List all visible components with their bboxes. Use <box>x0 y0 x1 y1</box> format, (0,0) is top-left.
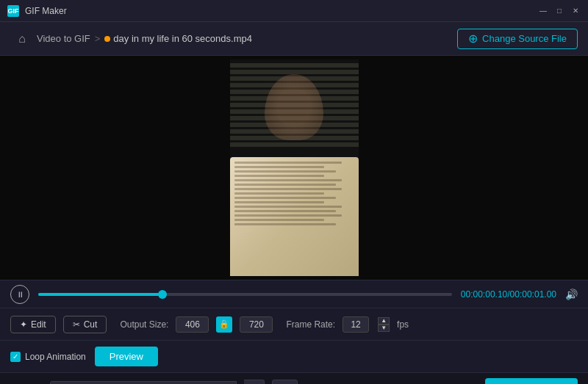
total-time: 00:00:01.00 <box>510 289 556 300</box>
frame-rate-down-button[interactable]: ▼ <box>378 325 390 332</box>
change-source-button[interactable]: ⊕ Change Source File <box>457 29 578 49</box>
blind-line <box>230 142 359 147</box>
frame-rate-label: Frame Rate: <box>286 319 335 330</box>
title-bar: GIF GIF Maker — □ ✕ <box>0 0 588 22</box>
book-line <box>234 184 337 186</box>
cut-label: Cut <box>84 319 98 330</box>
frame-rate-input[interactable] <box>343 316 369 333</box>
blind-line <box>230 116 359 120</box>
checkbox-icon: ✓ <box>10 352 21 362</box>
book-text <box>230 157 359 276</box>
progress-thumb <box>158 290 167 299</box>
blind-line <box>230 70 359 74</box>
generate-gif-button[interactable]: Generate GIF <box>485 378 578 385</box>
minimize-button[interactable]: — <box>538 6 548 16</box>
video-area <box>0 56 588 280</box>
lock-icon[interactable]: 🔒 <box>216 316 232 333</box>
nav-bar: ⌂ Video to GIF > day in my life in 60 se… <box>0 22 588 56</box>
book-line <box>234 201 324 203</box>
frame-rate-spinners: ▲ ▼ <box>378 317 390 332</box>
maximize-button[interactable]: □ <box>554 6 564 16</box>
blind-line <box>230 123 359 127</box>
blind-line <box>230 129 359 134</box>
loop-animation-label: Loop Animation <box>25 352 86 362</box>
breadcrumb-filename: day in my life in 60 seconds.mp4 <box>104 33 252 44</box>
book-line <box>234 210 337 212</box>
blind-line <box>230 136 359 140</box>
book-line <box>234 170 337 173</box>
close-button[interactable]: ✕ <box>570 6 581 16</box>
change-source-label: Change Source File <box>482 33 567 44</box>
plus-icon: ⊕ <box>468 33 478 45</box>
path-dropdown-button[interactable]: ▼ <box>244 380 265 385</box>
playback-bar: ⏸ 00:00:00.10/00:00:01.00 🔊 <box>0 280 588 308</box>
blind-line <box>230 96 359 101</box>
book-line <box>234 197 337 199</box>
preview-button[interactable]: Preview <box>95 347 158 366</box>
book-line <box>234 179 343 181</box>
pause-button[interactable]: ⏸ <box>10 285 29 304</box>
blind-line <box>230 109 359 114</box>
edit-icon: ✦ <box>20 319 27 330</box>
fps-label: fps <box>397 319 409 330</box>
app-icon: GIF <box>7 5 19 17</box>
loop-row: ✓ Loop Animation Preview <box>0 340 588 372</box>
window-controls: — □ ✕ <box>538 6 581 16</box>
progress-bar[interactable] <box>38 293 452 296</box>
progress-fill <box>38 293 162 296</box>
book-line <box>234 162 343 164</box>
book-line <box>234 223 337 225</box>
book-line <box>234 188 343 190</box>
output-height-input[interactable] <box>240 316 273 333</box>
red-arrow-icon: → <box>454 378 475 385</box>
file-dot-icon <box>104 36 110 42</box>
breadcrumb: Video to GIF > day in my life in 60 seco… <box>37 33 457 44</box>
edit-button[interactable]: ✦ Edit <box>10 316 56 333</box>
book-image <box>230 157 359 276</box>
current-time: 00:00:00.10 <box>461 289 507 300</box>
home-button[interactable]: ⌂ <box>10 27 34 51</box>
save-bar: Save to: ▼ 📁 → Generate GIF <box>0 372 588 384</box>
book-line <box>234 214 343 217</box>
loop-animation-checkbox[interactable]: ✓ Loop Animation <box>10 352 86 362</box>
output-size-label: Output Size: <box>120 319 168 330</box>
blind-line <box>230 76 359 81</box>
video-preview <box>230 59 359 276</box>
time-display: 00:00:00.10/00:00:01.00 <box>461 289 556 300</box>
title-text: GIF Maker <box>25 6 538 16</box>
book-line <box>234 166 324 168</box>
save-path-input[interactable] <box>50 381 237 385</box>
breadcrumb-video-to-gif: Video to GIF <box>37 33 90 44</box>
volume-icon[interactable]: 🔊 <box>565 289 578 300</box>
book-line <box>234 192 324 195</box>
cut-button[interactable]: ✂ Cut <box>63 316 107 333</box>
controls-row: ✦ Edit ✂ Cut Output Size: 🔒 Frame Rate: … <box>0 308 588 340</box>
cut-icon: ✂ <box>73 319 80 330</box>
edit-label: Edit <box>31 319 46 330</box>
blind-line <box>230 103 359 107</box>
breadcrumb-separator: > <box>95 33 101 44</box>
blind-line <box>230 90 359 94</box>
book-line <box>234 175 324 177</box>
blind-line <box>230 63 359 68</box>
book-line <box>234 206 343 208</box>
arrow-spacer: → <box>305 378 478 385</box>
frame-rate-up-button[interactable]: ▲ <box>378 317 390 325</box>
open-folder-button[interactable]: 📁 <box>272 380 298 385</box>
book-line <box>234 219 324 221</box>
output-width-input[interactable] <box>176 316 209 333</box>
blind-line <box>230 83 359 87</box>
